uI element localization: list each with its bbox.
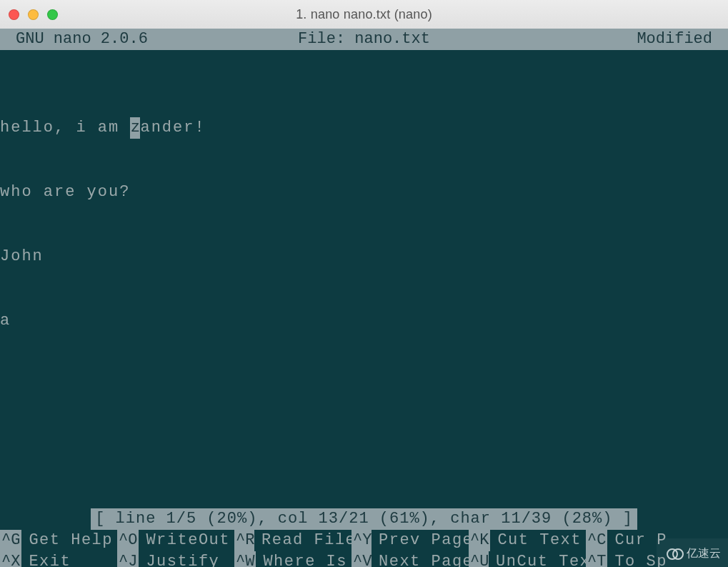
help-item-read-file[interactable]: ^RRead File (234, 530, 351, 551)
editor-line[interactable]: a (0, 310, 728, 332)
shortcut-key: ^X (0, 551, 21, 567)
editor-content[interactable]: hello, i am zander! who are you? John a (0, 74, 728, 375)
shortcut-label: UnCut Text (489, 551, 586, 567)
help-item-exit[interactable]: ^XExit (0, 551, 117, 567)
traffic-lights (9, 9, 58, 20)
cloud-icon (667, 548, 682, 558)
window-titlebar: 1. nano nano.txt (nano) (0, 0, 728, 29)
shortcut-key: ^T (586, 551, 607, 567)
shortcut-label: WriteOut (139, 530, 230, 551)
text-cursor: z (130, 117, 140, 139)
shortcut-key: ^V (351, 551, 372, 567)
nano-bottom-area: [ line 1/5 (20%), col 13/21 (61%), char … (0, 508, 728, 567)
minimize-icon[interactable] (28, 9, 39, 20)
editor-text: John (0, 247, 44, 265)
watermark-text: 亿速云 (687, 543, 721, 564)
editor-text: ander! (140, 119, 205, 137)
shortcut-label: Read File (254, 530, 351, 551)
shortcut-key: ^O (117, 530, 139, 551)
help-item-justify[interactable]: ^JJustify (117, 551, 234, 567)
shortcut-key: ^C (586, 530, 607, 551)
help-item-where-is[interactable]: ^WWhere Is (234, 551, 351, 567)
shortcut-key: ^W (234, 551, 256, 567)
shortcut-key: ^Y (351, 530, 372, 551)
shortcut-label: Where Is (256, 551, 347, 567)
shortcut-label: Get Help (21, 530, 113, 551)
zoom-icon[interactable] (47, 9, 58, 20)
shortcut-key: ^U (469, 551, 489, 567)
help-item-cut-text[interactable]: ^KCut Text (469, 530, 586, 551)
status-text: [ line 1/5 (20%), col 13/21 (61%), char … (91, 508, 637, 530)
help-item-prev-page[interactable]: ^YPrev Page (351, 530, 469, 551)
watermark: 亿速云 (657, 538, 728, 567)
shortcut-key: ^K (469, 530, 490, 551)
editor-text: a (0, 312, 11, 330)
shortcut-key: ^J (117, 551, 139, 567)
shortcut-label: Justify (139, 551, 219, 567)
shortcut-key: ^R (234, 530, 254, 551)
editor-line[interactable]: who are you? (0, 182, 728, 203)
shortcut-label: Exit (21, 551, 71, 567)
editor-text: who are you? (0, 183, 130, 201)
editor-text: hello, i am (0, 119, 130, 137)
help-item-uncut-text[interactable]: ^UUnCut Text (469, 551, 586, 567)
shortcut-label: Next Page (372, 551, 469, 567)
nano-file-label: File: nano.txt (0, 29, 728, 50)
help-row-2: ^XExit ^JJustify ^WWhere Is ^VNext Page … (0, 551, 728, 567)
help-item-get-help[interactable]: ^GGet Help (0, 530, 117, 551)
terminal-pane[interactable]: GNU nano 2.0.6 File: nano.txt Modified h… (0, 29, 728, 567)
editor-line[interactable]: John (0, 246, 728, 267)
nano-header-bar: GNU nano 2.0.6 File: nano.txt Modified (0, 29, 728, 50)
help-row-1: ^GGet Help ^OWriteOut ^RRead File ^YPrev… (0, 530, 728, 551)
shortcut-key: ^G (0, 530, 21, 551)
help-item-next-page[interactable]: ^VNext Page (351, 551, 469, 567)
close-icon[interactable] (9, 9, 19, 20)
editor-line[interactable]: hello, i am zander! (0, 117, 728, 139)
shortcut-label: Prev Page (372, 530, 469, 551)
shortcut-label: Cut Text (490, 530, 582, 551)
help-item-writeout[interactable]: ^OWriteOut (117, 530, 234, 551)
status-line: [ line 1/5 (20%), col 13/21 (61%), char … (0, 508, 728, 530)
window-title: 1. nano nano.txt (nano) (0, 7, 728, 22)
